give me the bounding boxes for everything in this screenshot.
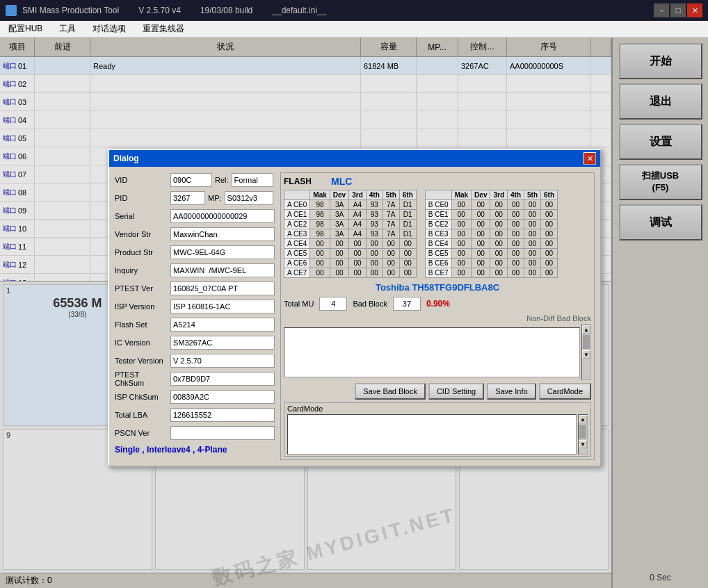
flash-row-b-ce1: B CE1000000000000	[425, 210, 557, 220]
tester-label: Tester Version	[115, 357, 170, 365]
flash-row-b-ce3: B CE3000000000000	[425, 229, 557, 239]
menu-tools[interactable]: 工具	[54, 22, 81, 36]
flash-row-b-ce4: B CE4000000000000	[425, 239, 557, 249]
flash-set-label: Flash Set	[115, 320, 170, 329]
flash-col-5th: 5th	[383, 190, 399, 200]
log-textarea[interactable]	[284, 327, 580, 377]
app-icon	[6, 5, 17, 16]
flash-set-input[interactable]	[170, 318, 275, 332]
pscn-input[interactable]	[170, 426, 275, 440]
menu-bar: 配置HUB 工具 对话选项 重置集线器	[0, 21, 708, 38]
flash-b-col-dev: Dev	[472, 190, 490, 200]
isp-chksum-label: ISP ChkSum	[115, 393, 170, 401]
save-info-button[interactable]: Save Info	[487, 383, 536, 400]
dialog-title-bar: Dialog ✕	[109, 150, 600, 167]
dialog-overlay: Dialog ✕ VID Rel: PID	[0, 38, 708, 588]
card-mode-area-container: ▲ ▼	[287, 414, 588, 455]
mp-label: MP:	[208, 194, 222, 202]
flash-section: FLASH MLC Mak Dev 3rd 4th	[280, 172, 595, 460]
app-version: V 2.5.70 v4	[138, 6, 181, 15]
flash-row-a-ce3: A CE3983AA4937AD1	[284, 229, 417, 239]
total-mu-input[interactable]	[319, 297, 347, 311]
flash-col-ce	[284, 190, 310, 200]
card-scroll-down-arrow[interactable]: ▼	[579, 440, 587, 448]
ic-version-label: IC Version	[115, 338, 170, 347]
menu-configure-hub[interactable]: 配置HUB	[3, 22, 48, 36]
mp-input[interactable]	[225, 191, 273, 205]
flash-header-label: FLASH	[284, 177, 312, 186]
bad-block-input[interactable]	[393, 297, 421, 311]
ptest-input[interactable]	[170, 281, 275, 295]
inquiry-label: Inquiry	[115, 266, 170, 275]
flash-b-col-6th: 6th	[541, 190, 558, 200]
bad-block-percent: 0.90%	[426, 299, 450, 309]
menu-dialog-options[interactable]: 对话选项	[87, 22, 131, 36]
non-diff-label: Non-Diff Bad Block	[526, 314, 591, 322]
card-mode-textarea[interactable]	[287, 414, 577, 455]
vid-input[interactable]	[170, 173, 212, 187]
inquiry-input[interactable]	[170, 263, 275, 277]
flash-col-mak: Mak	[310, 190, 330, 200]
flash-chip-name: Toshiba TH58TFG9DFLBA8C	[284, 282, 591, 293]
flash-col-4th: 4th	[366, 190, 383, 200]
card-mode-button[interactable]: CardMode	[539, 383, 591, 400]
product-input[interactable]	[170, 245, 275, 259]
scroll-up-arrow[interactable]: ▲	[582, 325, 590, 334]
summary-label: Single , Interleave4 , 4-Plane	[115, 445, 227, 455]
save-bad-block-button[interactable]: Save Bad Block	[355, 383, 426, 400]
card-scroll-up-arrow[interactable]: ▲	[579, 415, 587, 423]
total-lba-input[interactable]	[170, 408, 275, 422]
dialog-action-buttons: Save Bad Block CID Setting Save Info Car…	[284, 383, 591, 400]
pid-label: PID	[115, 194, 170, 202]
ptest-chksum-input[interactable]	[170, 372, 275, 386]
flash-row-a-ce0: A CE0983AA4937AD1	[284, 200, 417, 210]
flash-row-a-ce1: A CE1983AA4937AD1	[284, 210, 417, 220]
rel-input[interactable]	[232, 173, 273, 187]
flash-row-b-ce2: B CE2000000000000	[425, 220, 557, 229]
card-mode-scrollbar[interactable]: ▲ ▼	[578, 414, 588, 455]
card-scroll-thumb[interactable]	[579, 425, 586, 439]
maximize-button[interactable]: □	[670, 3, 686, 17]
ptest-chksum-label: PTEST ChkSum	[115, 370, 170, 387]
app-build: 19/03/08 build	[200, 6, 252, 15]
dialog: Dialog ✕ VID Rel: PID	[108, 149, 602, 467]
serial-label: Serial	[115, 212, 170, 220]
card-mode-title: CardMode	[287, 405, 588, 413]
flash-b-col-mak: Mak	[451, 190, 471, 200]
product-label: Product Str	[115, 248, 170, 256]
app-config: __default.ini__	[272, 6, 326, 15]
ptest-label: PTEST Ver	[115, 284, 170, 293]
tester-input[interactable]	[170, 354, 275, 368]
window-close-button[interactable]: ✕	[687, 3, 702, 17]
log-scrollbar[interactable]: ▲ ▼	[581, 325, 591, 380]
flash-col-dev: Dev	[330, 190, 348, 200]
scroll-down-arrow[interactable]: ▼	[582, 350, 590, 359]
flash-row-a-ce4: A CE4000000000000	[284, 239, 417, 249]
pscn-label: PSCN Ver	[115, 429, 170, 437]
flash-row-b-ce0: B CE0000000000000	[425, 200, 557, 210]
minimize-button[interactable]: －	[654, 3, 669, 17]
total-lba-label: Total LBA	[115, 411, 170, 419]
cid-setting-button[interactable]: CID Setting	[428, 383, 484, 400]
flash-col-3rd: 3rd	[349, 190, 367, 200]
flash-grid-container: Mak Dev 3rd 4th 5th 6th A CE0983AA4937AD…	[284, 190, 591, 278]
isp-version-input[interactable]	[170, 300, 275, 313]
ic-version-input[interactable]	[170, 336, 275, 350]
isp-chksum-input[interactable]	[170, 390, 275, 404]
isp-version-label: ISP Version	[115, 302, 170, 311]
serial-input[interactable]	[170, 209, 275, 223]
rel-label: Rel:	[215, 176, 229, 184]
dialog-title: Dialog	[113, 154, 139, 163]
log-section: ▲ ▼	[284, 325, 591, 380]
vendor-input[interactable]	[170, 227, 275, 241]
flash-row-b-ce5: B CE5000000000000	[425, 249, 557, 259]
dialog-close-button[interactable]: ✕	[584, 152, 596, 165]
vendor-label: Vendor Str	[115, 230, 170, 238]
bad-block-label: Bad Block	[353, 300, 387, 308]
menu-reset-hub[interactable]: 重置集线器	[137, 22, 190, 36]
dialog-flash-panel: FLASH MLC Mak Dev 3rd 4th	[280, 172, 595, 460]
scroll-thumb[interactable]	[583, 335, 590, 349]
pid-input[interactable]	[170, 191, 205, 205]
flash-col-6th: 6th	[399, 190, 416, 200]
card-mode-section: CardMode ▲ ▼	[284, 402, 591, 457]
